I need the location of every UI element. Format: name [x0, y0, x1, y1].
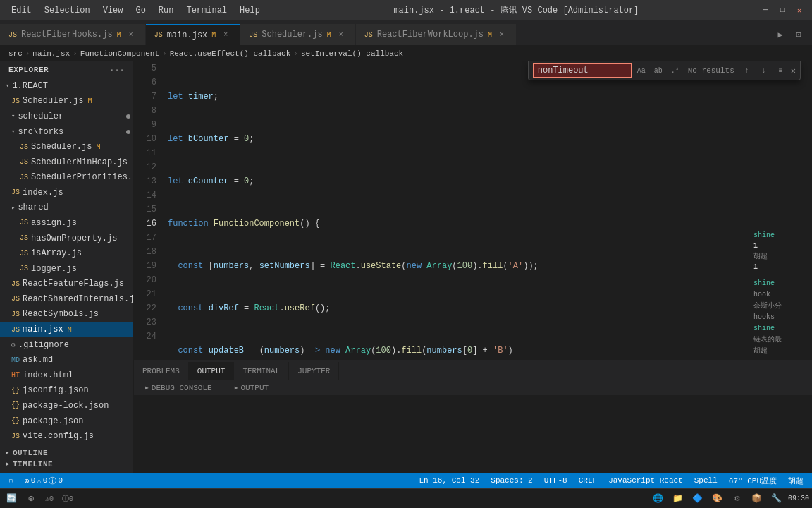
prev-match-btn[interactable]: ↑: [740, 64, 754, 78]
panel-tab-problems[interactable]: PROBLEMS: [134, 362, 189, 380]
breadcrumb-setinterval[interactable]: setInterval() callback: [301, 49, 403, 58]
split-editor-btn[interactable]: ⊡: [791, 27, 806, 42]
menu-edit[interactable]: Edit: [6, 4, 37, 17]
sidebar-item-gitignore[interactable]: ⚙ .gitignore: [0, 337, 133, 353]
menu-run[interactable]: Run: [153, 4, 180, 17]
status-position[interactable]: Ln 16, Col 32: [416, 476, 482, 485]
match-case-btn[interactable]: Aa: [634, 64, 648, 78]
sidebar-item-jsconfigjson[interactable]: {} jsconfig.json: [0, 383, 133, 399]
tab-reactfiberhooks[interactable]: JS ReactFiberHooks.js M ×: [0, 24, 146, 45]
menu-go[interactable]: Go: [130, 4, 151, 17]
tab-close-btn2[interactable]: ×: [336, 29, 347, 40]
sidebar-item-shared[interactable]: ▸ shared: [0, 200, 133, 216]
sidebar-item-loggerjs[interactable]: JS logger.js: [0, 261, 133, 277]
regex-btn[interactable]: .*: [668, 64, 682, 78]
sidebar-item-schedulerminheap[interactable]: JS SchedulerMinHeap.js: [0, 155, 133, 170]
folder-open-icon: ▾: [11, 112, 15, 120]
run-btn[interactable]: ▶: [773, 27, 788, 42]
taskbar-tool[interactable]: 🔧: [768, 491, 785, 507]
taskbar-art[interactable]: 🎨: [709, 491, 726, 507]
debug-console-item[interactable]: ▶ DEBUG CONSOLE: [140, 384, 218, 392]
status-errors[interactable]: ⊗ 0 ⚠ 0 ⓘ 0: [22, 476, 66, 486]
taskbar-circle[interactable]: ⊙: [23, 491, 39, 507]
taskbar-info[interactable]: ⓘ0: [59, 491, 76, 507]
tab-close-btn3[interactable]: ×: [496, 29, 508, 40]
search-no-results: No results: [688, 66, 734, 75]
tab-main[interactable]: JS main.jsx M ×: [146, 24, 241, 45]
tab-close-btn[interactable]: ×: [125, 29, 137, 40]
tab-close-active-btn[interactable]: ×: [220, 30, 231, 41]
sidebar-item-schedulerjs[interactable]: JS Scheduler.js M: [0, 139, 133, 155]
breadcrumb-function[interactable]: FunctionComponent: [80, 49, 159, 58]
output-item[interactable]: ▶ OUTPUT: [229, 384, 274, 392]
status-eol[interactable]: CRLF: [576, 476, 600, 485]
sidebar-item-packagejson[interactable]: {} package.json: [0, 413, 133, 429]
sidebar-item-indexhtml[interactable]: HT index.html: [0, 368, 133, 383]
status-language[interactable]: JavaScript React: [605, 476, 686, 485]
taskbar-gear[interactable]: ⚙: [729, 491, 746, 507]
menu-view[interactable]: View: [97, 4, 129, 17]
outline-section[interactable]: ▸ OUTLINE: [0, 447, 133, 459]
status-spaces[interactable]: Spaces: 2: [488, 476, 535, 485]
code-line-11: const updateB = (numbers) => new Array(1…: [168, 344, 749, 358]
taskbar-vscode[interactable]: 🔷: [689, 491, 706, 507]
tab-scheduler[interactable]: JS Scheduler.js M ×: [240, 24, 355, 45]
panel-tab-jupyter[interactable]: JUPYTER: [289, 362, 339, 380]
huchao-label1: 胡超: [753, 251, 808, 262]
sidebar-item-schedulerpriorities[interactable]: JS SchedulerPriorities.js: [0, 169, 133, 185]
breadcrumb-file[interactable]: main.jsx: [32, 49, 70, 58]
window-minimize[interactable]: ─: [758, 5, 773, 16]
status-encoding[interactable]: UTF-8: [541, 476, 570, 485]
modified-indicator3: M: [68, 326, 72, 334]
huchao-label2: 胡超: [753, 346, 808, 357]
shine-link1[interactable]: shine: [753, 230, 808, 241]
sidebar-item-reactfeatureflags[interactable]: JS ReactFeatureFlags.js: [0, 277, 133, 292]
taskbar-errors[interactable]: ⚠0: [42, 491, 56, 507]
code-editor[interactable]: 5 6 7 8 9 10 11 12 13 14 15 16 17 18 19 …: [134, 61, 749, 360]
json-icon3: {}: [11, 417, 20, 425]
sidebar-item-reactsymbols[interactable]: JS ReactSymbols.js: [0, 307, 133, 322]
taskbar-right: 🌐 📁 🔷 🎨 ⚙ 📦 🔧 09:30: [650, 491, 809, 507]
sidebar-item-viteconfigjs[interactable]: JS vite.config.js: [0, 428, 133, 444]
sidebar-item-forks-folder[interactable]: ▾ src\forks: [0, 124, 133, 140]
sidebar-item-scheduler-folder[interactable]: ▾ scheduler: [0, 109, 133, 124]
sidebar-item-mainjsx[interactable]: JS main.jsx M: [0, 322, 133, 337]
sidebar-item-indexjs[interactable]: JS index.js: [0, 185, 133, 200]
outline-arrow: ▸: [6, 449, 10, 456]
menu-selection[interactable]: Selection: [39, 4, 96, 17]
sidebar-item-reactsharedinternals[interactable]: JS ReactSharedInternals.js: [0, 291, 133, 307]
panel-tab-terminal[interactable]: TERMINAL: [234, 362, 289, 380]
sidebar-item-assignjs[interactable]: JS assign.js: [0, 215, 133, 231]
toggle-match-display-btn[interactable]: ≡: [774, 64, 788, 78]
sidebar-options-icon[interactable]: ···: [110, 66, 125, 74]
taskbar-folder[interactable]: 📁: [670, 491, 687, 507]
status-spell[interactable]: Spell: [691, 476, 720, 485]
window-maximize[interactable]: □: [775, 5, 789, 16]
next-match-btn[interactable]: ↓: [757, 64, 771, 78]
taskbar-refresh[interactable]: 🔄: [3, 491, 20, 507]
search-input[interactable]: [533, 64, 632, 78]
menu-help[interactable]: Help: [234, 4, 266, 17]
window-close[interactable]: ✕: [792, 5, 806, 16]
sidebar-item-isarrayjs[interactable]: JS isArray.js: [0, 246, 133, 261]
sidebar-item-askmd[interactable]: MD ask.md: [0, 352, 133, 368]
shine-link3[interactable]: shine: [753, 323, 808, 334]
sidebar-explorer-root[interactable]: ▾ 1.REACT: [0, 78, 133, 94]
status-branch[interactable]: ⑃: [6, 476, 16, 485]
breadcrumb-src[interactable]: src: [8, 49, 23, 58]
search-close-btn[interactable]: ✕: [791, 66, 796, 76]
panel-tab-output[interactable]: OUTPUT: [189, 362, 235, 380]
sidebar-item-label: Scheduler.js: [23, 96, 83, 106]
tab-reactfiberworkloop[interactable]: JS ReactFiberWorkLoop.js M ×: [356, 24, 517, 45]
menu-terminal[interactable]: Terminal: [180, 4, 233, 17]
sidebar-item-packagelockjson[interactable]: {} package-lock.json: [0, 398, 133, 413]
match-word-btn[interactable]: ab: [651, 64, 665, 78]
sidebar-item-schedulerjs-top[interactable]: JS Scheduler.js M: [0, 94, 133, 109]
tab-modified-indicator: M: [117, 31, 121, 39]
timeline-section[interactable]: ▶ TIMELINE: [0, 459, 133, 470]
sidebar-item-hasownproperty[interactable]: JS hasOwnProperty.js: [0, 231, 133, 246]
breadcrumb-useeffect[interactable]: React.useEffect() callback: [170, 49, 291, 58]
taskbar-package[interactable]: 📦: [749, 491, 765, 507]
shine-link2[interactable]: shine: [753, 278, 808, 289]
taskbar-browser[interactable]: 🌐: [650, 491, 667, 507]
